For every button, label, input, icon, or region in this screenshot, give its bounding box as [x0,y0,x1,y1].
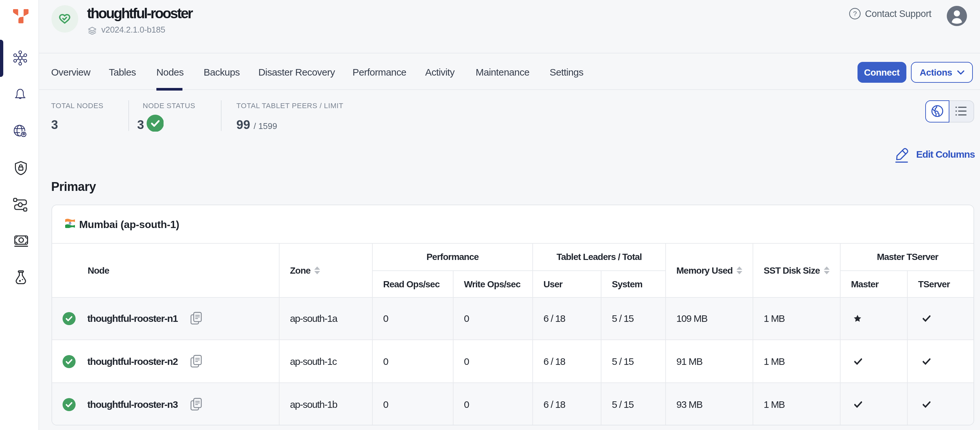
svg-text:?: ? [853,10,856,17]
